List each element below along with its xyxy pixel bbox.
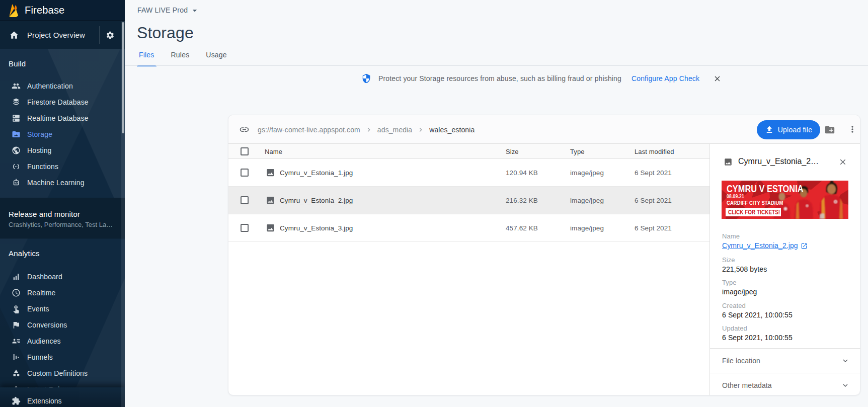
tab-label: Usage bbox=[206, 51, 226, 59]
sidebar-item-funnels[interactable]: Funnels bbox=[0, 349, 125, 365]
puzzle-icon bbox=[12, 396, 21, 405]
database-icon bbox=[12, 114, 21, 123]
tab-bar: Files Rules Usage bbox=[139, 51, 244, 66]
nav-label: Conversions bbox=[27, 321, 67, 329]
breadcrumb-bucket[interactable]: gs://faw-comet-live.appspot.com bbox=[258, 126, 360, 134]
sidebar-item-custom-definitions[interactable]: Custom Definitions bbox=[0, 365, 125, 381]
file-type: image/jpeg bbox=[570, 197, 604, 204]
tab-label: Files bbox=[139, 51, 154, 59]
folder-plus-icon bbox=[824, 124, 835, 135]
select-all-checkbox[interactable] bbox=[241, 147, 249, 155]
tab-usage[interactable]: Usage bbox=[206, 51, 226, 66]
file-name-link[interactable]: Cymru_v_Estonia_2.jpg bbox=[722, 241, 798, 250]
nav-label: Custom Definitions bbox=[27, 369, 88, 377]
chevron-right-icon bbox=[365, 126, 373, 134]
file-preview-image[interactable]: CYMRU V ESTONIA 08.09.21 CARDIFF CITY ST… bbox=[722, 181, 848, 219]
sidebar-item-project-overview[interactable]: Project Overview bbox=[0, 21, 125, 49]
configure-app-check-link[interactable]: Configure App Check bbox=[632, 74, 699, 83]
file-name: Cymru_v_Estonia_1.jpg bbox=[280, 169, 353, 177]
close-icon[interactable] bbox=[838, 157, 847, 167]
nav-label: Machine Learning bbox=[27, 179, 85, 187]
sidebar-item-conversions[interactable]: Conversions bbox=[0, 317, 125, 333]
sidebar-item-extensions[interactable]: Extensions bbox=[0, 387, 125, 407]
storage-browser-card: gs://faw-comet-live.appspot.com ads_medi… bbox=[228, 115, 860, 395]
breadcrumb-current: wales_estonia bbox=[429, 126, 475, 134]
field-value: 6 Sept 2021, 10:00:55 bbox=[722, 311, 793, 319]
nav-label: Events bbox=[27, 305, 49, 313]
file-modified: 6 Sept 2021 bbox=[635, 197, 672, 204]
expander-label: Other metadata bbox=[722, 381, 772, 389]
file-name: Cymru_v_Estonia_2.jpg bbox=[280, 197, 353, 204]
sidebar-item-events[interactable]: Events bbox=[0, 301, 125, 317]
tab-label: Rules bbox=[171, 51, 190, 59]
table-row[interactable]: Cymru_v_Estonia_1.jpg 120.94 KB image/jp… bbox=[228, 159, 709, 187]
breadcrumb-bar: gs://faw-comet-live.appspot.com ads_medi… bbox=[228, 115, 860, 144]
more-options-button[interactable] bbox=[846, 123, 858, 135]
release-title: Release and monitor bbox=[9, 210, 116, 219]
row-checkbox[interactable] bbox=[241, 224, 249, 232]
touch-icon bbox=[12, 304, 21, 313]
sidebar-item-firestore[interactable]: Firestore Database bbox=[0, 94, 125, 110]
field-label: Type bbox=[722, 279, 757, 287]
row-checkbox[interactable] bbox=[241, 196, 249, 204]
brand-name: Firebase bbox=[25, 5, 64, 16]
sidebar-item-functions[interactable]: Functions bbox=[0, 158, 125, 175]
upload-file-button[interactable]: Upload file bbox=[757, 120, 820, 139]
close-icon[interactable] bbox=[713, 74, 722, 83]
image-file-icon bbox=[266, 223, 275, 233]
shield-icon bbox=[361, 73, 371, 84]
tab-files[interactable]: Files bbox=[139, 51, 154, 66]
sidebar-item-storage[interactable]: Storage bbox=[0, 126, 125, 142]
divider bbox=[99, 26, 100, 44]
column-header-modified: Last modified bbox=[635, 147, 674, 155]
sidebar-item-machine-learning[interactable]: Machine Learning bbox=[0, 175, 125, 191]
nav-label: Storage bbox=[27, 130, 52, 138]
table-row[interactable]: Cymru_v_Estonia_3.jpg 457.62 KB image/jp… bbox=[228, 214, 709, 242]
file-detail-panel: Cymru_v_Estonia_2… bbox=[709, 144, 860, 395]
preview-venue-text: CARDIFF CITY STADIUM bbox=[727, 200, 783, 206]
main-content: FAW LIVE Prod Storage Files Rules Usage … bbox=[125, 0, 868, 407]
sidebar-item-realtime-database[interactable]: Realtime Database bbox=[0, 110, 125, 126]
breadcrumb-folder[interactable]: ads_media bbox=[377, 126, 412, 134]
file-location-expander[interactable]: File location bbox=[710, 349, 860, 373]
table-row-selected[interactable]: Cymru_v_Estonia_2.jpg 216.32 KB image/jp… bbox=[228, 187, 709, 214]
upload-label: Upload file bbox=[778, 126, 812, 134]
kebab-icon bbox=[847, 124, 857, 134]
row-checkbox[interactable] bbox=[241, 169, 249, 177]
clock-icon bbox=[12, 288, 21, 297]
nav-label: Funnels bbox=[27, 353, 53, 361]
field-label: Created bbox=[722, 302, 793, 310]
sidebar-scrollbar[interactable] bbox=[121, 21, 125, 407]
detail-field-size: Size 221,508 bytes bbox=[722, 256, 767, 274]
sidebar-item-hosting[interactable]: Hosting bbox=[0, 142, 125, 158]
sidebar-item-authentication[interactable]: Authentication bbox=[0, 78, 125, 94]
sidebar-scrollbar-thumb[interactable] bbox=[122, 22, 124, 133]
link-icon[interactable] bbox=[239, 124, 250, 135]
nav-label: Authentication bbox=[27, 82, 73, 90]
people-icon bbox=[12, 82, 21, 91]
sidebar-item-dashboard[interactable]: Dashboard bbox=[0, 269, 125, 285]
upload-icon bbox=[765, 125, 774, 134]
sidebar-item-audiences[interactable]: Audiences bbox=[0, 333, 125, 349]
layers-icon bbox=[12, 98, 21, 107]
firebase-logo[interactable]: Firebase bbox=[0, 0, 125, 21]
nav-label: Audiences bbox=[27, 337, 61, 345]
project-selector[interactable]: FAW LIVE Prod bbox=[137, 5, 200, 16]
field-value: 221,508 bytes bbox=[722, 265, 767, 274]
section-build-label: Build bbox=[0, 49, 125, 78]
sidebar-item-realtime[interactable]: Realtime bbox=[0, 285, 125, 301]
gear-icon[interactable] bbox=[106, 31, 115, 40]
file-type: image/jpeg bbox=[570, 169, 604, 177]
breadcrumb: gs://faw-comet-live.appspot.com ads_medi… bbox=[239, 115, 475, 144]
create-folder-button[interactable] bbox=[824, 124, 836, 136]
nav-label: Realtime Database bbox=[27, 114, 89, 122]
detail-field-updated: Updated 6 Sept 2021, 10:00:55 bbox=[722, 324, 793, 342]
chevron-right-icon bbox=[417, 126, 425, 134]
banner-text: Protect your Storage resources from abus… bbox=[378, 74, 621, 83]
field-value: 6 Sept 2021, 10:00:55 bbox=[722, 334, 793, 342]
field-value: image/jpeg bbox=[722, 288, 757, 296]
nav-label: Functions bbox=[27, 162, 58, 171]
other-metadata-expander[interactable]: Other metadata bbox=[710, 373, 860, 397]
section-release-and-monitor[interactable]: Release and monitor Crashlytics, Perform… bbox=[0, 198, 125, 238]
tab-rules[interactable]: Rules bbox=[171, 51, 190, 66]
